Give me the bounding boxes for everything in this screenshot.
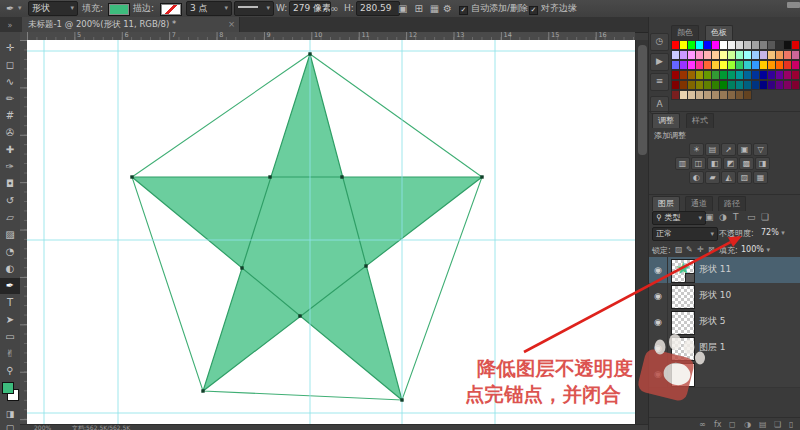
width-field[interactable]: 279 像素 [289, 1, 331, 16]
tool-preset-caret[interactable]: ▾ [18, 0, 22, 17]
filter-type-layers-icon[interactable]: T [733, 211, 739, 223]
anchor-point[interactable] [268, 175, 271, 178]
layer-row[interactable]: ◉图层 1 [649, 335, 800, 362]
scrollbar-thumb[interactable] [638, 45, 647, 155]
blend-mode-dropdown[interactable]: 正常▾ [652, 227, 718, 241]
new-group-button[interactable]: ▤ [759, 420, 767, 429]
lock-all-icon[interactable]: ⊠ [708, 244, 715, 256]
layer-thumbnail[interactable] [671, 285, 695, 309]
hue-saturation-icon[interactable]: ▥ [675, 157, 690, 170]
lock-position-icon[interactable]: ✛ [697, 244, 704, 256]
layer-row[interactable]: ◉形状 10 [649, 283, 800, 310]
layer-row[interactable]: ◉★形状 11 [649, 257, 800, 284]
anchor-point[interactable] [480, 175, 483, 178]
lock-transparency-icon[interactable]: ▨ [675, 244, 683, 256]
link-layers-button[interactable]: ∞ [699, 420, 706, 429]
blur-tool[interactable]: ◔ [0, 244, 20, 260]
invert-icon[interactable]: ◐ [689, 171, 704, 184]
add-mask-button[interactable]: ◻ [729, 420, 736, 429]
close-tab-icon[interactable]: × [228, 17, 235, 32]
anchor-point[interactable] [308, 52, 311, 55]
workspace-button-fragment[interactable] [787, 2, 800, 8]
color-lookup-icon[interactable]: ◨ [755, 157, 770, 170]
align-edges-checkbox[interactable]: ✓ 对齐边缘 [529, 0, 577, 17]
anchor-point[interactable] [340, 175, 343, 178]
swatch-color[interactable] [791, 70, 800, 80]
stroke-width-field[interactable]: 3 点 ▾ [186, 1, 232, 16]
tab-styles[interactable]: 样式 [686, 113, 714, 128]
pen-tool-icon[interactable]: ✒ [6, 0, 14, 17]
filter-adjustment-layers-icon[interactable]: ◑ [719, 211, 727, 223]
document-tab[interactable]: 未标题-1 @ 200%(形状 11, RGB/8) * × [22, 17, 240, 32]
gradient-map-icon[interactable]: ▨ [737, 171, 752, 184]
anchor-point[interactable] [364, 264, 367, 267]
filter-pixel-layers-icon[interactable]: ▣ [705, 211, 714, 223]
layer-row[interactable]: ◉ [649, 361, 800, 388]
layer-thumbnail[interactable] [671, 311, 695, 335]
tab-adjustments[interactable]: 调整 [652, 113, 680, 128]
tab-swatches[interactable]: 色板 [705, 25, 733, 40]
quick-selection-tool[interactable]: ✏ [0, 91, 20, 107]
history-panel-button[interactable]: ◷ [650, 33, 669, 51]
swatch-color[interactable] [791, 80, 800, 90]
zoom-tool[interactable]: ⚲ [0, 363, 20, 379]
crop-tool[interactable]: # [0, 108, 20, 124]
stroke-style-dropdown[interactable]: ▾ [234, 1, 274, 16]
filter-smart-objects-icon[interactable]: ❏ [761, 211, 769, 223]
vertical-scrollbar[interactable] [635, 40, 649, 424]
swatch-color[interactable] [743, 90, 752, 100]
path-selection-tool[interactable]: ➤ [0, 312, 20, 328]
layer-fill-value[interactable]: 100% ▾ [741, 245, 770, 254]
tab-layers[interactable]: 图层 [652, 196, 680, 211]
new-adjustment-button[interactable]: ◑ [744, 420, 751, 429]
anchor-point[interactable] [130, 175, 133, 178]
layer-thumbnail[interactable] [671, 337, 695, 361]
eraser-tool[interactable]: ▱ [0, 210, 20, 226]
anchor-point[interactable] [240, 266, 243, 269]
anchor-point[interactable] [201, 389, 204, 392]
healing-brush-tool[interactable]: ✚ [0, 142, 20, 158]
curves-icon[interactable]: ➚ [721, 143, 736, 156]
canvas[interactable] [27, 40, 635, 424]
lock-image-icon[interactable]: ✎ [686, 244, 693, 256]
history-brush-tool[interactable]: ↺ [0, 193, 20, 209]
foreground-color-swatch[interactable] [2, 382, 14, 394]
move-tool[interactable]: ✛ [0, 40, 20, 56]
tab-channels[interactable]: 通道 [685, 196, 713, 211]
channel-mixer-icon[interactable]: ▩ [739, 157, 754, 170]
path-operations-icon[interactable]: ▣ [398, 3, 407, 14]
link-dimensions-icon[interactable]: ∞ [330, 0, 338, 17]
layer-row[interactable]: ◉形状 5 [649, 309, 800, 336]
tab-color[interactable]: 颜色 [671, 25, 699, 40]
anchor-point[interactable] [298, 314, 301, 317]
eye-toggle[interactable]: ◉ [649, 309, 668, 335]
auto-add-delete-checkbox[interactable]: ✓ 自动添加/删除 [459, 0, 528, 17]
eye-toggle[interactable]: ◉ [649, 361, 668, 387]
swatch-color[interactable] [791, 50, 800, 60]
anchor-point[interactable] [400, 398, 403, 401]
levels-icon[interactable]: ▤ [705, 143, 720, 156]
black-white-icon[interactable]: ◧ [707, 157, 722, 170]
path-alignment-icon[interactable]: ⊞ [414, 3, 422, 14]
zoom-level[interactable]: 200% [34, 425, 51, 430]
dodge-tool[interactable]: ◐ [0, 261, 20, 277]
threshold-icon[interactable]: ◭ [721, 171, 736, 184]
eyedropper-tool[interactable]: ✇ [0, 125, 20, 141]
screen-mode-button[interactable]: ▢ [0, 420, 20, 430]
layer-thumbnail[interactable] [671, 363, 695, 387]
layer-filter-dropdown[interactable]: ⚲ 类型▾ [652, 211, 706, 225]
layer-effects-button[interactable]: fx [714, 420, 722, 429]
gear-icon[interactable]: ⚙ [443, 0, 452, 17]
hand-tool[interactable]: ✌ [0, 346, 20, 362]
marquee-tool[interactable]: ◻ [0, 57, 20, 73]
new-layer-button[interactable]: ❏ [774, 420, 781, 429]
vibrance-icon[interactable]: ▽ [753, 143, 768, 156]
posterize-icon[interactable]: ▰ [705, 171, 720, 184]
pen-tool[interactable]: ✒ [0, 278, 20, 294]
exposure-icon[interactable]: ▣ [737, 143, 752, 156]
tools-panel-collapse[interactable]: » [0, 18, 20, 34]
photo-filter-icon[interactable]: ◩ [723, 157, 738, 170]
clone-stamp-tool[interactable]: ◘ [0, 176, 20, 192]
actions-panel-button[interactable]: ▶ [650, 53, 669, 71]
gradient-tool[interactable]: ▨ [0, 227, 20, 243]
